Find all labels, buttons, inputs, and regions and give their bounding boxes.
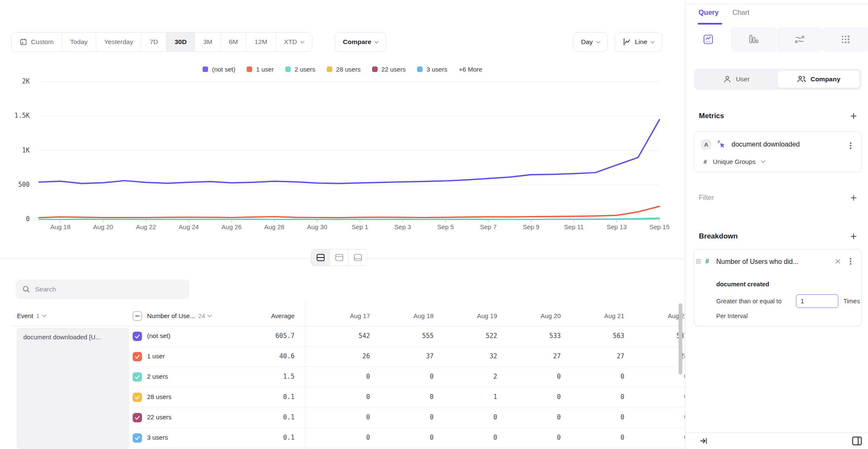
row-checkbox[interactable] <box>133 433 142 443</box>
metric-measure[interactable]: # Unique Groups <box>704 158 765 165</box>
row-checkbox[interactable] <box>133 393 142 402</box>
cell-value: 0 <box>383 434 446 441</box>
chart-only-view-button[interactable] <box>330 249 349 266</box>
average-value: 605.7 <box>229 332 295 340</box>
event-column-header[interactable]: Event 1 <box>17 312 46 319</box>
cell-value: 0 <box>446 434 510 441</box>
panel-footer <box>685 432 868 449</box>
collapse-panel-button[interactable] <box>699 437 708 447</box>
check-icon <box>134 435 140 441</box>
split-middle-icon <box>315 252 326 263</box>
series-label: 22 users <box>147 413 172 421</box>
minus-icon <box>135 316 139 316</box>
audience-company[interactable]: Company <box>777 70 860 88</box>
plus-icon <box>850 112 857 120</box>
x-axis-label: Sep 3 <box>395 223 411 230</box>
breakdown-condition-label[interactable]: Greater than or equal to <box>716 298 782 305</box>
chart-canvas <box>0 0 685 237</box>
series-label: 2 users <box>147 373 168 380</box>
table-scrollbar[interactable] <box>679 303 682 374</box>
audience-user[interactable]: User <box>696 70 777 88</box>
add-filter-button[interactable] <box>849 193 859 203</box>
check-icon <box>134 333 140 339</box>
row-divider <box>133 448 685 448</box>
split-view-button[interactable] <box>311 249 330 266</box>
side-panel-icon <box>851 435 862 446</box>
close-icon <box>835 258 841 264</box>
cell-value: 0 <box>637 434 685 441</box>
search-input[interactable] <box>35 285 175 293</box>
cell-value: 0 <box>319 393 383 401</box>
drag-handle-icon[interactable] <box>696 261 701 262</box>
tab-chart[interactable]: Chart <box>732 8 749 17</box>
chart-type-line[interactable] <box>685 27 731 52</box>
row-checkbox[interactable] <box>133 352 142 361</box>
cell-value: 0 <box>573 373 637 380</box>
y-axis-label: 2K <box>0 78 30 85</box>
cell-value: 27 <box>510 352 573 360</box>
breakdown-event-name[interactable]: document created <box>716 281 769 288</box>
x-axis-label: Aug 28 <box>264 223 285 230</box>
y-axis-label: 0 <box>0 215 30 223</box>
x-axis-label: Sep 13 <box>606 223 627 230</box>
line-chart-icon <box>703 34 714 45</box>
cell-value: 0 <box>573 413 637 421</box>
date-column-header: Aug 20 <box>510 312 573 319</box>
remove-breakdown-button[interactable] <box>833 257 843 266</box>
breakdown-value-input[interactable] <box>796 294 838 308</box>
hash-icon: # <box>705 258 709 265</box>
add-metric-button[interactable] <box>849 111 859 121</box>
date-column-header: Aug 22 <box>637 312 685 319</box>
metric-card[interactable]: A document downloaded # Unique Groups <box>694 131 862 172</box>
row-checkbox[interactable] <box>133 413 142 422</box>
cell-value: 32 <box>446 352 510 360</box>
select-all-checkbox[interactable] <box>133 311 142 321</box>
analytics-app: Custom Today Yesterday 7D 30D 3M 6M 12M … <box>0 0 868 449</box>
side-panel-toggle-button[interactable] <box>851 435 862 448</box>
cell-value: 542 <box>319 332 383 340</box>
cell-value: 522 <box>446 332 510 340</box>
metric-event-name[interactable]: document downloaded <box>732 141 800 148</box>
breakdown-card[interactable]: # Number of Users who did... document cr… <box>694 249 862 326</box>
breakdown-title[interactable]: Number of Users who did... <box>716 258 826 266</box>
cell-value: 37 <box>383 352 446 360</box>
table-header: Event 1 Number of Use... 24 Average Aug … <box>0 306 685 326</box>
cell-value: 0 <box>319 434 383 441</box>
cell-value: 0 <box>637 373 685 380</box>
search-icon <box>22 285 30 293</box>
chart-type-bar[interactable] <box>731 27 776 52</box>
table-only-view-button[interactable] <box>348 249 367 266</box>
check-icon <box>134 394 140 400</box>
series-label: 28 users <box>147 393 172 400</box>
series-column-header[interactable]: Number of Use... 24 <box>147 312 211 319</box>
cell-value: 555 <box>383 332 446 340</box>
series-label: 3 users <box>147 434 168 441</box>
user-icon <box>723 75 732 83</box>
audience-toggle: User Company <box>694 69 862 90</box>
chart-type-flow[interactable] <box>777 27 822 52</box>
row-checkbox[interactable] <box>133 332 142 341</box>
chart-type-selector <box>685 27 868 52</box>
add-breakdown-button[interactable] <box>849 231 859 241</box>
chart-type-grid[interactable] <box>823 27 868 52</box>
cell-value: 0 <box>510 373 573 380</box>
x-axis-label: Sep 5 <box>437 223 454 230</box>
metric-badge: A <box>701 139 711 150</box>
cell-value: 0 <box>383 413 446 421</box>
cell-value: 26 <box>319 352 383 360</box>
y-axis-label: 1.5K <box>0 112 30 119</box>
metrics-section-title: Metrics <box>699 112 724 120</box>
event-list-item[interactable]: document downloaded [U... <box>17 328 129 449</box>
date-column-header: Aug 19 <box>446 312 510 319</box>
average-value: 1.5 <box>229 373 295 380</box>
chevron-down-icon <box>761 159 765 163</box>
chevron-down-icon <box>208 313 212 317</box>
tab-query[interactable]: Query <box>698 8 719 17</box>
cell-value: 0 <box>637 393 685 401</box>
breakdown-interval-label[interactable]: Per Interval <box>716 313 748 319</box>
cell-value: 1 <box>446 393 510 401</box>
plus-icon <box>850 194 857 202</box>
breakdown-menu-button[interactable] <box>846 257 855 266</box>
metric-menu-button[interactable] <box>846 141 855 150</box>
row-checkbox[interactable] <box>133 372 142 382</box>
